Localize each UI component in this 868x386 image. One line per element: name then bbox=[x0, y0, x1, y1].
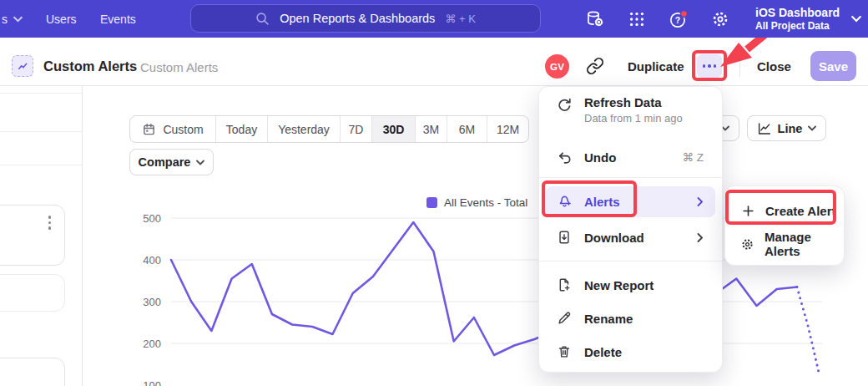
nav-events-label: Events bbox=[100, 13, 136, 26]
svg-text:?: ? bbox=[675, 15, 680, 25]
link-icon bbox=[586, 57, 604, 75]
menu-item-undo[interactable]: Undo ⌘ Z bbox=[546, 142, 715, 172]
data-management-icon[interactable] bbox=[584, 8, 606, 30]
menu-divider bbox=[539, 177, 722, 178]
chevron-right-icon bbox=[697, 233, 715, 242]
gear-icon bbox=[740, 237, 754, 251]
date-range-custom[interactable]: Custom bbox=[130, 116, 216, 142]
sidebar-card[interactable] bbox=[0, 205, 65, 266]
avatar[interactable]: GV bbox=[545, 54, 569, 79]
trash-icon bbox=[556, 344, 573, 359]
compare-dropdown[interactable]: Compare bbox=[129, 149, 214, 175]
delete-label: Delete bbox=[584, 345, 622, 359]
database-gear-icon bbox=[585, 9, 605, 29]
date-range-3m[interactable]: 3M bbox=[416, 116, 447, 142]
save-button[interactable]: Save bbox=[810, 51, 856, 81]
date-range-7d[interactable]: 7D bbox=[341, 116, 372, 142]
manage-alerts-label: Manage Alerts bbox=[765, 230, 839, 258]
download-file-icon bbox=[556, 230, 573, 245]
compare-label: Compare bbox=[139, 155, 191, 169]
more-options-menu: Refresh Data Data from 1 min ago Undo ⌘ … bbox=[538, 86, 723, 373]
grid-dots-icon bbox=[628, 10, 646, 28]
date-range-yesterday-label: Yesterday bbox=[278, 123, 330, 136]
menu-item-alerts[interactable]: Alerts bbox=[546, 186, 715, 217]
date-range-7d-label: 7D bbox=[349, 123, 364, 136]
menu-item-download[interactable]: Download bbox=[546, 222, 715, 252]
mini-line-chart-icon bbox=[17, 60, 29, 73]
bell-plus-icon bbox=[556, 194, 573, 210]
menu-item-rename[interactable]: Rename bbox=[546, 303, 715, 333]
chevron-right-icon bbox=[697, 197, 715, 206]
create-alert-label: Create Alert bbox=[765, 204, 835, 218]
close-button[interactable]: Close bbox=[757, 59, 791, 74]
settings-icon[interactable] bbox=[709, 8, 731, 30]
legend-label: All Events - Total bbox=[444, 196, 527, 209]
date-range-6m[interactable]: 6M bbox=[447, 116, 487, 142]
svg-text:500: 500 bbox=[143, 212, 161, 225]
help-icon[interactable]: ? bbox=[668, 8, 689, 30]
pencil-icon bbox=[556, 311, 573, 326]
question-circle-icon: ? bbox=[668, 8, 689, 30]
rename-label: Rename bbox=[584, 312, 633, 326]
search-icon bbox=[255, 12, 270, 26]
copy-link-button[interactable] bbox=[586, 57, 604, 75]
date-range-today-label: Today bbox=[226, 123, 257, 136]
date-range-yesterday[interactable]: Yesterday bbox=[268, 116, 341, 142]
top-navbar: s Users Events Open Reports & Dashboards… bbox=[0, 0, 868, 38]
breadcrumb: Custom Alerts bbox=[140, 60, 218, 74]
date-range-30d-label: 30D bbox=[383, 123, 405, 136]
project-text: iOS Dashboard All Project Data bbox=[755, 6, 840, 33]
chart-type-dropdown[interactable]: Line bbox=[747, 115, 826, 141]
card-kebab-menu-icon[interactable] bbox=[48, 216, 52, 230]
nav-item-partial-label: s bbox=[2, 13, 8, 26]
nav-item-events[interactable]: Events bbox=[100, 0, 136, 38]
submenu-item-manage-alerts[interactable]: Manage Alerts bbox=[730, 228, 839, 260]
sidebar-card[interactable] bbox=[0, 358, 65, 386]
svg-text:300: 300 bbox=[143, 296, 161, 308]
report-type-badge bbox=[12, 55, 33, 77]
search-placeholder: Open Reports & Dashboards bbox=[280, 12, 435, 25]
undo-icon bbox=[556, 150, 573, 165]
chevron-down-icon bbox=[196, 160, 204, 165]
refresh-label: Refresh Data bbox=[584, 95, 683, 109]
date-range-30d-selected[interactable]: 30D bbox=[372, 116, 416, 142]
date-range-custom-label: Custom bbox=[163, 123, 203, 136]
nav-users-label: Users bbox=[46, 13, 77, 26]
calendar-icon bbox=[142, 122, 156, 136]
refresh-subtitle: Data from 1 min ago bbox=[584, 112, 683, 124]
project-switcher[interactable]: iOS Dashboard All Project Data bbox=[755, 0, 861, 38]
date-range-today[interactable]: Today bbox=[216, 116, 268, 142]
global-search-input[interactable]: Open Reports & Dashboards ⌘ + K bbox=[190, 4, 541, 33]
date-range-12m[interactable]: 12M bbox=[487, 116, 528, 142]
header-divider bbox=[739, 55, 740, 77]
nav-item-users[interactable]: Users bbox=[46, 0, 77, 38]
alerts-submenu: Create Alert Manage Alerts bbox=[724, 185, 845, 266]
chart-legend[interactable]: All Events - Total bbox=[426, 196, 527, 209]
project-subtitle: All Project Data bbox=[755, 20, 840, 33]
menu-item-refresh-data[interactable]: Refresh Data Data from 1 min ago bbox=[546, 95, 715, 134]
date-range-6m-label: 6M bbox=[459, 123, 475, 136]
more-options-button[interactable] bbox=[697, 54, 722, 78]
sidebar-card[interactable] bbox=[0, 274, 65, 312]
date-range-12m-label: 12M bbox=[497, 123, 519, 136]
duplicate-button[interactable]: Duplicate bbox=[628, 59, 684, 74]
undo-label: Undo bbox=[584, 150, 616, 165]
menu-divider bbox=[539, 261, 722, 262]
svg-text:400: 400 bbox=[143, 254, 161, 267]
app-window: 500400300200100 s Users Events Open Repo… bbox=[0, 0, 868, 386]
refresh-text: Refresh Data Data from 1 min ago bbox=[584, 95, 683, 124]
menu-item-delete[interactable]: Delete bbox=[546, 337, 715, 367]
nav-item-partial[interactable]: s bbox=[2, 0, 23, 38]
plus-icon bbox=[740, 205, 755, 217]
apps-grid-icon[interactable] bbox=[626, 8, 648, 30]
gear-icon bbox=[710, 9, 730, 29]
chevron-down-icon bbox=[808, 125, 816, 131]
chart-type-label: Line bbox=[778, 122, 803, 135]
date-range-3m-label: 3M bbox=[423, 123, 439, 136]
menu-item-new-report[interactable]: New Report bbox=[546, 270, 715, 300]
undo-shortcut: ⌘ Z bbox=[683, 150, 716, 164]
submenu-item-create-alert[interactable]: Create Alert bbox=[730, 195, 839, 226]
legend-swatch bbox=[426, 197, 437, 208]
project-title: iOS Dashboard bbox=[755, 6, 840, 20]
date-range-control: Custom Today Yesterday 7D 30D 3M 6M 12M bbox=[129, 115, 529, 143]
